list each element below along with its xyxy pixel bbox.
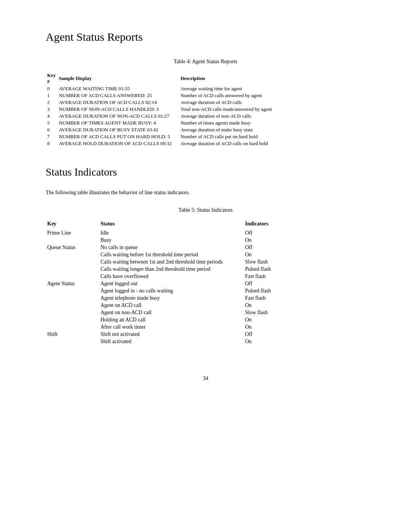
status-row-status: Shift activated <box>99 338 244 345</box>
agent-row-sample: AVERAGE DURATION OF ACD CALLS 02:14 <box>57 99 179 106</box>
status-row-indicator: On <box>244 316 365 323</box>
status-row-status: Busy <box>99 236 244 244</box>
agent-row-key: 0 <box>46 85 57 92</box>
agent-row-key: 4 <box>46 113 57 120</box>
agent-table-header-key: Key # <box>46 72 57 85</box>
agent-row-sample: NUMBER OF TIMES AGENT MADE BUSY: 4 <box>57 120 179 126</box>
status-row-key <box>46 287 99 294</box>
agent-row-sample: NUMBER OF ACD CALLS ANSWERED: 25 <box>57 92 179 99</box>
status-row-status: Agent on non-ACD call <box>99 309 244 316</box>
status-row-indicator: Off <box>244 280 365 287</box>
status-row-indicator: Off <box>244 331 365 338</box>
agent-row-key: 3 <box>46 106 57 113</box>
status-row-status: Calls waiting longer than 2nd threshold … <box>99 265 244 273</box>
status-row-key <box>46 309 99 316</box>
agent-row-key: 5 <box>46 120 57 126</box>
status-row-key <box>46 316 99 323</box>
table-row: 5 NUMBER OF TIMES AGENT MADE BUSY: 4 Num… <box>46 120 365 126</box>
status-row-indicator: On <box>244 302 365 309</box>
agent-status-table: Key # Sample Display Description 0 AVERA… <box>46 72 365 147</box>
table-row: Agent telephone made busy Fast flash <box>46 294 365 302</box>
agent-row-description: Average duration of make busy state <box>179 126 365 133</box>
status-row-status: Holding an ACD call <box>99 316 244 323</box>
agent-table-header-sample: Sample Display <box>57 72 179 85</box>
status-row-key <box>46 294 99 302</box>
agent-row-key: 6 <box>46 126 57 133</box>
status-row-status: Shift not activated <box>99 331 244 338</box>
agent-row-description: Average duration of ACD calls on hard ho… <box>179 140 365 147</box>
table-row: 4 AVERAGE DURATION OF NON-ACD CALLS 01:2… <box>46 113 365 120</box>
status-row-key: Agent Status <box>46 280 99 287</box>
status-row-indicator: Slow flash <box>244 309 365 316</box>
agent-row-description: Number of times agents made busy <box>179 120 365 126</box>
status-row-status: Calls waiting between 1st and 2nd thresh… <box>99 258 244 265</box>
page-title: Agent Status Reports <box>46 30 365 43</box>
status-row-indicator: Fast flash <box>244 273 365 280</box>
status-row-key <box>46 273 99 280</box>
status-row-status: Calls waiting before 1st threshold time … <box>99 251 244 258</box>
agent-row-key: 2 <box>46 99 57 106</box>
agent-row-description: Average duration of non-ACD calls <box>179 113 365 120</box>
status-row-indicator: Pulsed flash <box>244 287 365 294</box>
table-row: Calls waiting longer than 2nd threshold … <box>46 265 365 273</box>
status-row-indicator: Off <box>244 244 365 251</box>
table-row: Agent Status Agent logged out Off <box>46 280 365 287</box>
status-row-key: Queue Status <box>46 244 99 251</box>
status-row-status: Agent on ACD call <box>99 302 244 309</box>
status-row-status: Agent telephone made busy <box>99 294 244 302</box>
status-row-indicator: On <box>244 338 365 345</box>
agent-table-header-description: Description <box>179 72 365 85</box>
agent-row-description: Number of ACD calls answered by agent <box>179 92 365 99</box>
agent-row-key: 8 <box>46 140 57 147</box>
status-table-header-key: Key <box>46 220 99 229</box>
table-row: 7 NUMBER OF ACD CALLS PUT ON HARD HOLD: … <box>46 133 365 140</box>
status-row-status: Agent logged in - no calls waiting <box>99 287 244 294</box>
table-row: Shift Shift not activated Off <box>46 331 365 338</box>
status-row-status: Agent logged out <box>99 280 244 287</box>
agent-row-description: Total non-ACD calls made/answered by age… <box>179 106 365 113</box>
status-row-status: After call work timer <box>99 323 244 331</box>
agent-row-sample: NUMBER OF ACD CALLS PUT ON HARD HOLD: 5 <box>57 133 179 140</box>
table-row: Agent logged in - no calls waiting Pulse… <box>46 287 365 294</box>
table-row: Calls have overflowed Fast flash <box>46 273 365 280</box>
status-indicators-title: Status Indicators <box>46 166 365 178</box>
status-indicators-table: Key Status Indicators Prime Line Idle Of… <box>46 220 365 345</box>
table-row: Busy On <box>46 236 365 244</box>
agent-row-sample: AVERAGE DURATION OF BUSY STATE 03:42 <box>57 126 179 133</box>
status-row-indicator: On <box>244 236 365 244</box>
status-table-caption: Table 5: Status Indicators <box>46 207 365 213</box>
status-row-indicator: Fast flash <box>244 294 365 302</box>
status-row-key <box>46 302 99 309</box>
status-row-indicator: On <box>244 251 365 258</box>
table-row: Agent on non-ACD call Slow flash <box>46 309 365 316</box>
status-row-indicator: On <box>244 323 365 331</box>
table-row: 2 AVERAGE DURATION OF ACD CALLS 02:14 Av… <box>46 99 365 106</box>
status-row-key <box>46 338 99 345</box>
table-row: Agent on ACD call On <box>46 302 365 309</box>
agent-row-sample: AVERAGE HOLD DURATION OF ACD CALLS 00:32 <box>57 140 179 147</box>
table-row: Shift activated On <box>46 338 365 345</box>
status-table-header-indicators: Indicators <box>244 220 365 229</box>
status-row-status: Calls have overflowed <box>99 273 244 280</box>
table-row: Queue Status No calls in queue Off <box>46 244 365 251</box>
agent-row-sample: AVERAGE DURATION OF NON-ACD CALLS 01:27 <box>57 113 179 120</box>
table-row: Calls waiting before 1st threshold time … <box>46 251 365 258</box>
status-row-key: Prime Line <box>46 229 99 236</box>
status-row-key: Shift <box>46 331 99 338</box>
table-row: 3 NUMBER OF NON-ACD CALLS HANDLED: 3 Tot… <box>46 106 365 113</box>
table-row: Prime Line Idle Off <box>46 229 365 236</box>
status-row-indicator: Off <box>244 229 365 236</box>
status-row-key <box>46 323 99 331</box>
status-row-key <box>46 251 99 258</box>
table-row: After call work timer On <box>46 323 365 331</box>
table-row: Holding an ACD call On <box>46 316 365 323</box>
table-row: 8 AVERAGE HOLD DURATION OF ACD CALLS 00:… <box>46 140 365 147</box>
status-row-key <box>46 265 99 273</box>
status-intro-text: The following table illustrates the beha… <box>46 190 365 196</box>
status-row-status: No calls in queue <box>99 244 244 251</box>
table-row: Calls waiting between 1st and 2nd thresh… <box>46 258 365 265</box>
table-row: 1 NUMBER OF ACD CALLS ANSWERED: 25 Numbe… <box>46 92 365 99</box>
table-row: 0 AVERAGE WAITING TIME 01:55 Average wai… <box>46 85 365 92</box>
agent-row-description: Number of ACD calls put on hard hold <box>179 133 365 140</box>
page-number: 34 <box>46 375 365 382</box>
